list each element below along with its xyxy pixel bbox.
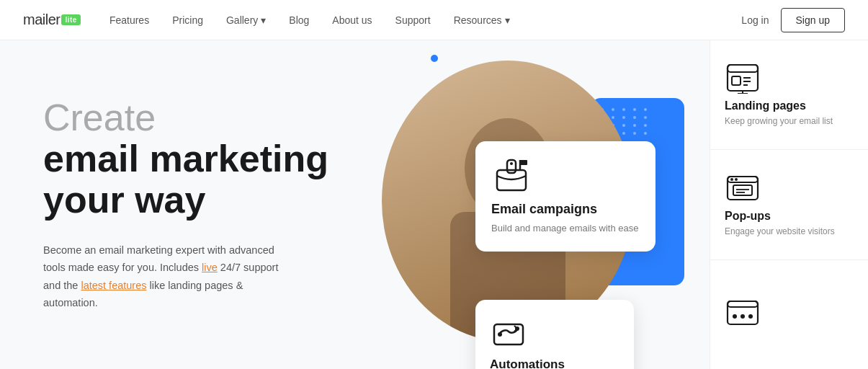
hero-title-main: email marketing your way	[43, 138, 328, 221]
popups-title: Pop-ups	[725, 210, 854, 223]
automations-title: Automations	[490, 357, 619, 369]
slide-dot-indicator	[431, 55, 438, 62]
landing-pages-card: Landing pages Keep growing your email li…	[710, 40, 868, 150]
email-campaigns-desc: Build and manage emails with ease	[491, 221, 640, 236]
more-features-card	[710, 260, 868, 369]
svg-rect-6	[520, 160, 527, 165]
nav-blog[interactable]: Blog	[289, 14, 309, 26]
email-campaigns-title: Email campaigns	[491, 202, 640, 217]
svg-rect-3	[507, 160, 516, 173]
logo[interactable]: mailer lite	[23, 12, 81, 28]
svg-rect-26	[728, 301, 758, 307]
latest-link[interactable]: latest features	[81, 280, 146, 291]
hero-text: Create email marketing your way Become a…	[0, 68, 372, 341]
hero-title-create: Create	[43, 97, 328, 138]
logo-badge: lite	[61, 14, 80, 25]
landing-pages-desc: Keep growing your email list	[725, 115, 854, 128]
nav-about[interactable]: About us	[332, 14, 372, 26]
login-button[interactable]: Log in	[741, 14, 769, 26]
ellipsis-icon	[725, 297, 854, 332]
automations-icon	[490, 314, 619, 352]
nav-links: Features Pricing Gallery ▾ Blog About us…	[109, 14, 741, 26]
nav-gallery[interactable]: Gallery ▾	[226, 14, 266, 26]
nav-support[interactable]: Support	[395, 14, 431, 26]
svg-point-8	[498, 332, 502, 337]
navbar: mailer lite Features Pricing Gallery ▾ B…	[0, 0, 868, 40]
nav-pricing[interactable]: Pricing	[172, 14, 203, 26]
live-link[interactable]: live	[202, 262, 218, 273]
chevron-down-icon: ▾	[505, 14, 510, 26]
nav-features[interactable]: Features	[109, 14, 149, 26]
svg-point-20	[730, 178, 733, 181]
signup-button[interactable]: Sign up	[781, 8, 845, 32]
svg-point-28	[741, 314, 745, 319]
logo-text: mailer	[23, 12, 60, 28]
mailbox-icon	[491, 157, 534, 193]
svg-rect-12	[732, 76, 741, 85]
chevron-down-icon: ▾	[261, 14, 266, 26]
nav-resources[interactable]: Resources ▾	[454, 14, 510, 26]
email-campaigns-card: Email campaigns Build and manage emails …	[475, 141, 656, 252]
svg-point-27	[733, 314, 737, 319]
svg-point-4	[510, 162, 513, 165]
svg-point-29	[748, 314, 753, 319]
svg-rect-25	[728, 301, 758, 324]
landing-pages-title: Landing pages	[725, 99, 854, 112]
popup-icon	[725, 172, 759, 204]
hero-section: Create email marketing your way Become a…	[0, 40, 868, 369]
nav-actions: Log in Sign up	[741, 8, 845, 32]
popups-desc: Engage your website visitors	[725, 226, 854, 238]
svg-rect-11	[728, 65, 758, 72]
automations-card: Automations	[475, 300, 634, 369]
popups-card: Pop-ups Engage your website visitors	[710, 150, 868, 259]
hero-description: Become an email marketing expert with ad…	[43, 241, 295, 313]
svg-rect-22	[733, 185, 752, 195]
svg-point-21	[735, 178, 738, 181]
right-features-panel: Landing pages Keep growing your email li…	[710, 40, 868, 369]
landing-pages-icon	[725, 62, 759, 94]
